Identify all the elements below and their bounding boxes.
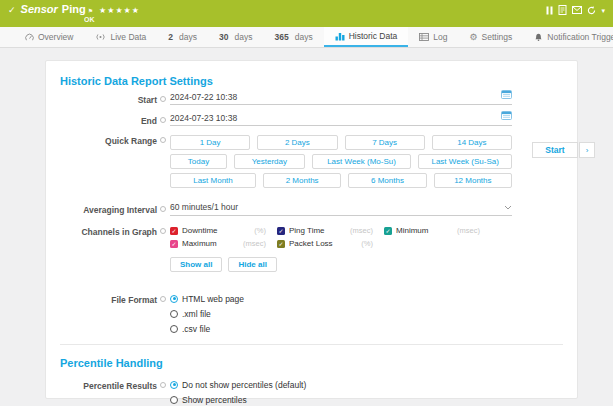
start-datetime-value: 2024-07-22 10:38: [170, 92, 237, 102]
file-format-csv-radio[interactable]: .csv file: [170, 324, 512, 333]
file-format-label: File Format: [111, 295, 157, 305]
quick-range-6-months-button[interactable]: 6 Months: [348, 173, 426, 188]
channel-packet-loss: Packet Loss (%): [277, 239, 373, 248]
channel-maximum: Maximum (msec): [170, 239, 266, 248]
quick-range-2-days-button[interactable]: 2 Days: [257, 135, 337, 150]
quick-range-last-week-su-sa-button[interactable]: Last Week (Su-Sa): [418, 154, 512, 169]
channel-checkbox[interactable]: [170, 240, 178, 248]
radio-label: .xml file: [182, 309, 211, 319]
quick-range-14-days-button[interactable]: 14 Days: [432, 135, 512, 150]
tab-live-data[interactable]: Live Data: [84, 27, 157, 47]
tab-label: Notification Triggers: [547, 32, 613, 42]
channel-checkbox[interactable]: [170, 227, 178, 235]
email-icon[interactable]: [572, 6, 582, 14]
show-all-button[interactable]: Show all: [170, 257, 222, 272]
chevron-right-icon: ›: [586, 146, 589, 155]
tab-log[interactable]: Log: [408, 27, 458, 47]
averaging-interval-value: 60 minutes/1 hour: [170, 202, 238, 212]
channel-unit: (msec): [243, 239, 266, 248]
start-datetime-input[interactable]: 2024-07-22 10:38: [170, 94, 512, 105]
tab-notification-triggers[interactable]: Notification Triggers: [523, 27, 613, 47]
end-row: End 2024-07-23 10:38: [60, 115, 563, 126]
tab-historic-data[interactable]: Historic Data: [324, 27, 409, 47]
gear-icon: ⚙: [470, 33, 478, 42]
end-datetime-input[interactable]: 2024-07-23 10:38: [170, 115, 512, 126]
quick-range-12-months-button[interactable]: 12 Months: [434, 173, 512, 188]
log-table-icon: [419, 33, 429, 41]
refresh-icon[interactable]: [587, 6, 596, 15]
info-icon[interactable]: [160, 96, 166, 102]
section-title-percentile: Percentile Handling: [60, 357, 563, 369]
file-format-xml-radio[interactable]: .xml file: [170, 309, 512, 318]
tab-30-days[interactable]: 30 days: [208, 27, 263, 47]
quick-range-7-days-button[interactable]: 7 Days: [345, 135, 425, 150]
channel-downtime: Downtime (%): [170, 226, 266, 235]
channel-name: Maximum: [182, 239, 239, 248]
radio-label: Do not show percentiles (default): [182, 380, 306, 390]
info-icon[interactable]: [160, 137, 166, 143]
channels-label: Channels in Graph: [81, 227, 157, 237]
start-report-button[interactable]: Start: [532, 142, 578, 158]
channel-name: Minimum: [396, 226, 453, 235]
tab-overview[interactable]: Overview: [14, 27, 84, 47]
collapse-panel-button[interactable]: ›: [579, 142, 595, 158]
percentile-show-radio[interactable]: Show percentiles: [170, 395, 512, 404]
section-title-report-settings: Historic Data Report Settings: [60, 75, 563, 87]
file-format-html-radio[interactable]: HTML web page: [170, 294, 512, 303]
file-format-row: File Format HTML web page .xml file .csv…: [60, 294, 563, 333]
channel-name: Downtime: [182, 226, 250, 235]
channel-name: Ping Time: [289, 226, 346, 235]
calendar-icon[interactable]: [501, 89, 512, 101]
calendar-icon[interactable]: [501, 110, 512, 122]
radio-selected-icon: [170, 381, 178, 389]
hide-all-button[interactable]: Hide all: [228, 257, 276, 272]
sensor-tab-bar: Overview Live Data 2 days 30 days 365 da…: [0, 27, 613, 48]
quick-range-today-button[interactable]: Today: [170, 154, 227, 169]
quick-range-last-week-mo-su-button[interactable]: Last Week (Mo-Su): [312, 154, 412, 169]
gauge-icon: [25, 33, 34, 42]
averaging-interval-row: Averaging Interval 60 minutes/1 hour: [60, 204, 563, 216]
averaging-interval-label: Averaging Interval: [83, 205, 157, 215]
export-icon[interactable]: [558, 5, 567, 15]
channel-checkbox[interactable]: [384, 227, 392, 235]
caret-down-icon[interactable]: ▾: [601, 7, 605, 14]
pause-icon[interactable]: [546, 6, 553, 15]
bar-chart-icon: [335, 32, 345, 41]
info-icon[interactable]: [160, 382, 166, 388]
info-icon[interactable]: [160, 206, 166, 212]
priority-stars[interactable]: ★★★★★: [99, 6, 140, 15]
quick-range-1-day-button[interactable]: 1 Day: [170, 135, 250, 150]
tab-number: 365: [275, 32, 289, 42]
percentile-hide-radio[interactable]: Do not show percentiles (default): [170, 380, 512, 389]
radio-label: .csv file: [182, 324, 210, 334]
channel-checkbox[interactable]: [277, 227, 285, 235]
radio-icon: [170, 310, 178, 318]
tab-number: 2: [168, 32, 173, 42]
tab-2-days[interactable]: 2 days: [157, 27, 208, 47]
tab-settings[interactable]: ⚙ Settings: [459, 27, 524, 47]
channel-minimum: Minimum (msec): [384, 226, 480, 235]
tab-label: Live Data: [110, 32, 146, 42]
quick-range-2-months-button[interactable]: 2 Months: [263, 173, 341, 188]
averaging-interval-select[interactable]: 60 minutes/1 hour: [170, 204, 512, 216]
historic-data-settings-card: Historic Data Report Settings Start 2024…: [45, 60, 578, 399]
channel-ping-time: Ping Time (msec): [277, 226, 373, 235]
channel-name: Packet Loss: [289, 239, 357, 248]
quick-range-label: Quick Range: [105, 136, 157, 146]
info-icon[interactable]: [160, 117, 166, 123]
tab-number: 30: [219, 32, 228, 42]
quick-range-last-month-button[interactable]: Last Month: [170, 173, 256, 188]
radio-selected-icon: [170, 295, 178, 303]
tab-label: Settings: [482, 32, 513, 42]
channel-checkbox[interactable]: [277, 240, 285, 248]
info-icon[interactable]: [160, 228, 166, 234]
start-label: Start: [138, 95, 157, 105]
quick-range-yesterday-button[interactable]: Yesterday: [234, 154, 305, 169]
tab-365-days[interactable]: 365 days: [264, 27, 324, 47]
info-icon[interactable]: [160, 296, 166, 302]
section-divider: [60, 344, 563, 345]
tab-label: Overview: [38, 32, 73, 42]
channel-unit: (msec): [350, 226, 373, 235]
channel-unit: (%): [361, 239, 373, 248]
channels-row: Channels in Graph Downtime (%) Ping Time…: [60, 226, 563, 272]
